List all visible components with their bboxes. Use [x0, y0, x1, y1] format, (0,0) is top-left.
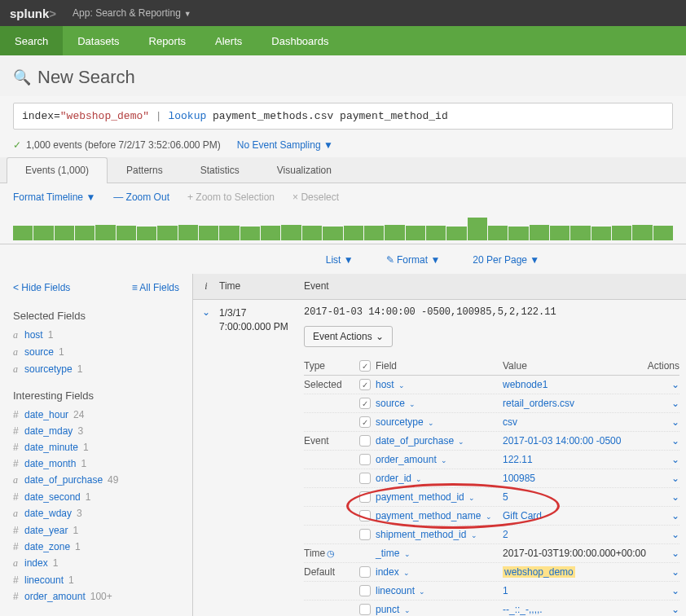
checkbox[interactable] [359, 491, 371, 503]
timeline-bar[interactable] [178, 225, 198, 240]
field-actions[interactable]: ⌄ [647, 491, 679, 503]
checkbox[interactable] [359, 529, 371, 540]
checkbox[interactable] [359, 454, 371, 465]
timeline-bar[interactable] [530, 225, 549, 240]
field-name[interactable]: date_of_purchase ⌄ [376, 435, 503, 447]
raw-event[interactable]: 2017-01-03 14:00:00 -0500,100985,5,2,122… [304, 306, 679, 318]
timeline-bar[interactable] [550, 226, 569, 240]
timeline-bar[interactable] [488, 226, 508, 240]
field-name[interactable]: sourcetype ⌄ [376, 416, 503, 428]
field-item[interactable]: asourcetype1 [13, 361, 179, 378]
field-actions[interactable]: ⌄ [647, 604, 679, 615]
timeline-bar[interactable] [653, 226, 673, 240]
field-actions[interactable]: ⌄ [647, 435, 679, 447]
field-value[interactable]: --_::_-,,,,. [503, 604, 647, 615]
checkbox[interactable] [359, 566, 371, 578]
field-value[interactable]: Gift Card [503, 510, 647, 521]
timeline-bar[interactable] [508, 227, 528, 240]
field-actions[interactable]: ⌄ [647, 529, 679, 540]
result-tab[interactable]: Events (1,000) [7, 157, 108, 183]
timeline-bar[interactable] [323, 227, 342, 240]
field-item[interactable]: ahost1 [13, 327, 179, 344]
sampling-dropdown[interactable]: No Event Sampling ▼ [237, 139, 333, 151]
timeline-bar[interactable] [55, 226, 74, 240]
nav-tab-datasets[interactable]: Datasets [63, 26, 134, 55]
timeline-bar[interactable] [612, 226, 631, 240]
field-actions[interactable]: ⌄ [647, 510, 679, 521]
field-name[interactable]: _time ⌄ [376, 548, 503, 559]
checkbox[interactable] [359, 604, 371, 615]
timeline-bar[interactable] [446, 227, 466, 240]
field-name[interactable]: index ⌄ [376, 566, 503, 578]
result-tab[interactable]: Patterns [108, 157, 182, 183]
checkbox-icon[interactable] [359, 360, 371, 372]
field-item[interactable]: #linecount1 [13, 572, 179, 588]
timeline-bar[interactable] [117, 226, 136, 240]
field-name[interactable]: punct ⌄ [376, 604, 503, 615]
nav-tab-dashboards[interactable]: Dashboards [257, 26, 343, 55]
field-value[interactable]: 5 [503, 491, 647, 503]
field-actions[interactable]: ⌄ [647, 454, 679, 465]
perpage-dropdown[interactable]: 20 Per Page ▼ [473, 254, 539, 266]
timeline-bar[interactable] [157, 226, 177, 240]
timeline-bar[interactable] [137, 227, 156, 240]
field-actions[interactable]: ⌄ [647, 473, 679, 484]
field-value[interactable]: 1 [503, 585, 647, 596]
timeline-bar[interactable] [75, 226, 95, 240]
timeline-bar[interactable] [302, 226, 322, 240]
event-actions-button[interactable]: Event Actions ⌄ [304, 326, 393, 347]
nav-tab-alerts[interactable]: Alerts [200, 26, 257, 55]
field-item[interactable]: #date_zone1 [13, 539, 179, 555]
col-time[interactable]: Time [219, 274, 304, 299]
list-dropdown[interactable]: List ▼ [326, 254, 354, 266]
field-name[interactable]: host ⌄ [376, 379, 503, 390]
app-switcher[interactable]: App: Search & Reporting▼ [73, 7, 191, 19]
checkbox[interactable] [359, 510, 371, 521]
field-value[interactable]: csv [503, 416, 647, 428]
checkbox[interactable] [359, 585, 371, 596]
field-value[interactable]: 100985 [503, 473, 647, 484]
checkbox[interactable] [359, 416, 371, 428]
field-value[interactable]: 2 [503, 529, 647, 540]
field-value[interactable]: 122.11 [503, 454, 647, 465]
timeline-bar[interactable] [261, 226, 280, 240]
checkbox[interactable] [359, 379, 371, 390]
timeline-bar[interactable] [406, 226, 425, 240]
all-fields[interactable]: ≡ All Fields [132, 282, 179, 293]
format-timeline[interactable]: Format Timeline ▼ [13, 191, 95, 203]
timeline-bar[interactable] [95, 225, 115, 240]
timeline-bar[interactable] [199, 226, 218, 240]
field-actions[interactable]: ⌄ [647, 398, 679, 409]
timeline-bar[interactable] [364, 226, 384, 240]
field-item[interactable]: #date_hour24 [13, 407, 179, 423]
field-item[interactable]: #date_month1 [13, 455, 179, 472]
field-value[interactable]: webshop_demo [503, 566, 647, 578]
field-item[interactable]: #date_year1 [13, 522, 179, 539]
field-item[interactable]: asource1 [13, 344, 179, 361]
zoom-out[interactable]: — Zoom Out [113, 191, 169, 203]
timeline-bar[interactable] [33, 226, 53, 240]
timeline-bar[interactable] [344, 226, 363, 240]
timeline-bar[interactable] [281, 225, 301, 240]
timeline-bar[interactable] [591, 227, 611, 240]
timeline-bar[interactable] [13, 226, 33, 240]
field-item[interactable]: aindex1 [13, 555, 179, 572]
timeline-bar[interactable] [632, 225, 652, 240]
field-value[interactable]: retail_orders.csv [503, 398, 647, 409]
field-name[interactable]: order_id ⌄ [376, 473, 503, 484]
field-actions[interactable]: ⌄ [647, 379, 679, 390]
timeline[interactable] [0, 211, 686, 240]
field-name[interactable]: payment_method_id ⌄ [376, 491, 503, 503]
nav-tab-search[interactable]: Search [0, 26, 63, 55]
result-tab[interactable]: Statistics [182, 157, 258, 183]
field-name[interactable]: shipment_method_id ⌄ [376, 529, 503, 540]
field-name[interactable]: payment_method_name ⌄ [376, 510, 503, 521]
result-tab[interactable]: Visualization [258, 157, 350, 183]
field-item[interactable]: #date_minute1 [13, 439, 179, 455]
field-value[interactable]: 2017-01-03 14:00:00 -0500 [503, 435, 647, 447]
timeline-bar[interactable] [468, 218, 487, 240]
field-actions[interactable]: ⌄ [647, 416, 679, 428]
field-item[interactable]: adate_wday3 [13, 505, 179, 522]
timeline-bar[interactable] [385, 225, 404, 240]
timeline-bar[interactable] [570, 226, 590, 240]
